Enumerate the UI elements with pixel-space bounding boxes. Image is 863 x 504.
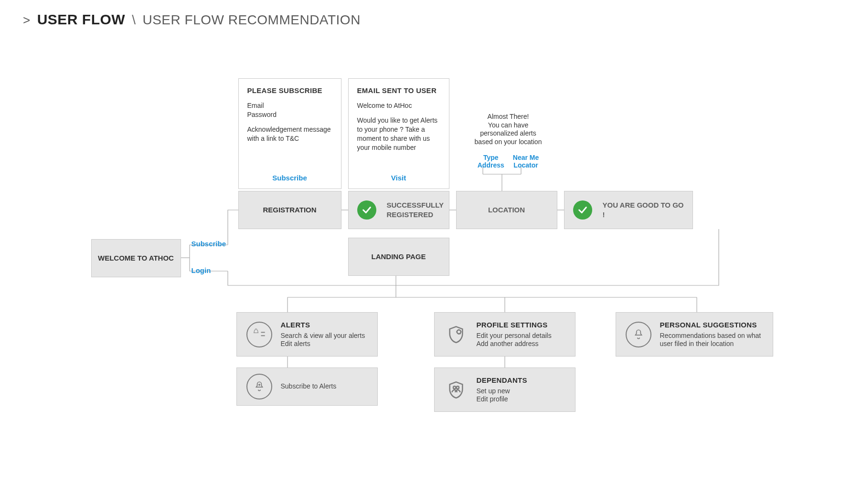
flow-canvas: WELCOME TO ATHOC Subscribe Login PLEASE … (85, 61, 778, 476)
feature-personal: PERSONAL SUGGESTIONS Recommendations bas… (616, 312, 773, 357)
step-location-label: LOCATION (483, 205, 530, 215)
card-subscribe-line1: Email (247, 101, 332, 110)
feature-profile: PROFILE SETTINGS Edit your personal deta… (434, 312, 575, 357)
feature-personal-desc: Recommendations based on what user filed… (660, 332, 763, 348)
step-landing-label: LANDING PAGE (367, 252, 431, 262)
shield-people-icon (444, 378, 468, 402)
check-icon (573, 200, 592, 220)
feature-profile-desc: Edit your personal details Add another a… (477, 332, 552, 348)
svg-point-24 (456, 386, 458, 388)
header-separator: \ (132, 12, 136, 28)
page-header: > USER FLOW \ USER FLOW RECOMMENDATION (23, 11, 863, 28)
feature-profile-title: PROFILE SETTINGS (477, 321, 552, 329)
card-email-line2: Would you like to get Alerts to your pho… (357, 116, 440, 152)
branch-subscribe-label[interactable]: Subscribe (192, 240, 226, 248)
feature-alerts-desc: Search & view all your alerts Edit alert… (281, 332, 365, 348)
step-registration: REGISTRATION (238, 191, 341, 229)
feature-alerts-subscribe: Subscribe to Alerts (236, 368, 378, 406)
step-welcome-label: WELCOME TO ATHOC (93, 253, 179, 263)
card-subscribe-cta[interactable]: Subscribe (247, 171, 332, 182)
card-email-title: EMAIL SENT TO USER (357, 86, 440, 94)
card-subscribe-line3: Acknowledgement message with a link to T… (247, 125, 332, 143)
card-subscribe-line2: Password (247, 110, 332, 119)
card-email: EMAIL SENT TO USER Welcome to AtHoc Woul… (348, 78, 449, 189)
card-subscribe: PLEASE SUBSCRIBE Email Password Acknowle… (238, 78, 341, 189)
feature-dependants-title: DEPENDANTS (477, 376, 527, 384)
branch-login-label[interactable]: Login (192, 266, 211, 274)
step-landing: LANDING PAGE (348, 238, 449, 276)
card-subscribe-title: PLEASE SUBSCRIBE (247, 86, 332, 94)
step-location: LOCATION (456, 191, 557, 229)
callout-type-address[interactable]: Type Address (478, 154, 504, 169)
step-success: SUCCESSFULLY REGISTERED (348, 191, 449, 229)
feature-alerts-title: ALERTS (281, 321, 365, 329)
feature-personal-title: PERSONAL SUGGESTIONS (660, 321, 763, 329)
feature-dependants: DEPENDANTS Set up new Edit profile (434, 368, 575, 412)
step-good: YOU ARE GOOD TO GO ! (564, 191, 693, 229)
step-welcome: WELCOME TO ATHOC (91, 239, 181, 277)
header-title: USER FLOW (37, 11, 126, 28)
card-email-cta[interactable]: Visit (357, 171, 440, 182)
feature-alerts-subscribe-desc: Subscribe to Alerts (281, 382, 337, 391)
header-prefix: > (23, 13, 31, 28)
step-registration-label: REGISTRATION (258, 205, 321, 215)
svg-point-23 (453, 386, 456, 388)
callout-near-me[interactable]: Near Me Locator (513, 154, 539, 169)
check-icon (357, 200, 376, 220)
shield-gear-icon (444, 323, 468, 346)
header-subtitle: USER FLOW RECOMMENDATION (142, 12, 360, 28)
step-good-label: YOU ARE GOOD TO GO ! (598, 200, 693, 220)
card-email-line1: Welcome to AtHoc (357, 101, 440, 110)
bell-icon (626, 322, 651, 347)
step-success-label: SUCCESSFULLY REGISTERED (382, 200, 449, 220)
bell-list-icon (246, 322, 272, 347)
feature-alerts: ALERTS Search & view all your alerts Edi… (236, 312, 378, 357)
callout-location-text: Almost There! You can have personalized … (462, 113, 555, 146)
feature-dependants-desc: Set up new Edit profile (477, 387, 527, 404)
bell-plus-icon (246, 374, 272, 399)
callout-location: Almost There! You can have personalized … (462, 113, 555, 169)
